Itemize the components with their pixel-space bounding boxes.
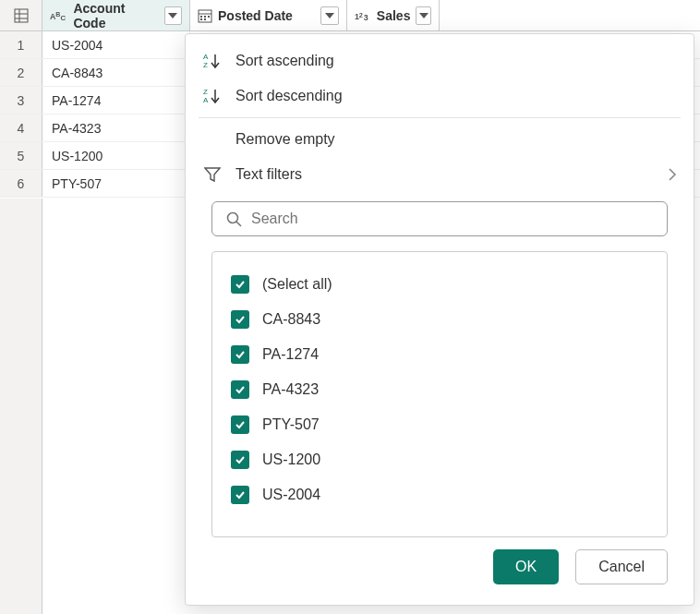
filter-value-label: CA-8843 — [262, 311, 320, 328]
filter-panel: A Z Sort ascending Z A Sort descending R… — [185, 33, 694, 606]
filter-dropdown-button[interactable] — [164, 6, 182, 25]
check-icon — [235, 419, 246, 430]
sort-desc-icon: Z A — [203, 87, 222, 105]
row-number[interactable]: 3 — [0, 87, 42, 114]
cell-account-code[interactable]: US-2004 — [42, 31, 190, 58]
filter-value-item[interactable]: US-1200 — [231, 442, 648, 477]
date-type-icon — [198, 8, 212, 23]
filter-value-label: US-2004 — [262, 487, 320, 503]
filter-icon — [204, 166, 221, 183]
table-icon — [14, 8, 29, 23]
filter-value-item[interactable]: US-2004 — [231, 477, 648, 512]
text-filters[interactable]: Text filters — [186, 157, 694, 192]
chevron-right-icon — [668, 168, 677, 181]
checkbox-checked[interactable] — [231, 380, 249, 399]
caret-down-icon — [168, 13, 177, 18]
sort-descending[interactable]: Z A Sort descending — [186, 78, 694, 114]
column-header-posted-date[interactable]: Posted Date — [190, 0, 347, 30]
column-label: Posted Date — [218, 8, 293, 23]
svg-line-24 — [236, 222, 241, 226]
table-corner[interactable] — [0, 0, 42, 30]
checkbox-checked[interactable] — [231, 345, 249, 364]
svg-text:Z: Z — [203, 88, 208, 96]
sort-ascending[interactable]: A Z Sort ascending — [186, 43, 694, 78]
cell-account-code[interactable]: PA-1274 — [42, 87, 190, 114]
check-icon — [235, 384, 246, 395]
filter-value-item[interactable]: PA-4323 — [231, 372, 648, 407]
caret-down-icon — [419, 13, 428, 18]
filter-value-item[interactable]: PA-1274 — [231, 337, 648, 372]
cell-account-code[interactable]: PA-4323 — [42, 114, 190, 141]
svg-rect-9 — [200, 16, 202, 18]
menu-label: Remove empty — [235, 131, 677, 148]
column-label: Account Code — [73, 1, 158, 30]
checkbox-checked[interactable] — [231, 486, 249, 504]
filter-value-label: (Select all) — [262, 276, 332, 293]
filter-dropdown-button[interactable] — [416, 6, 431, 25]
check-icon — [235, 454, 246, 465]
filter-dropdown-button[interactable] — [320, 6, 339, 25]
svg-rect-11 — [208, 16, 210, 18]
row-number[interactable]: 6 — [0, 170, 42, 197]
filter-value-label: PTY-507 — [262, 416, 320, 433]
search-icon — [225, 211, 242, 227]
svg-point-23 — [228, 213, 238, 223]
svg-text:3: 3 — [364, 12, 368, 21]
filter-value-label: PA-1274 — [262, 346, 319, 363]
svg-text:A: A — [203, 96, 209, 104]
row-number[interactable]: 4 — [0, 114, 42, 141]
ok-button[interactable]: OK — [493, 549, 559, 584]
cancel-button[interactable]: Cancel — [575, 549, 668, 584]
check-icon — [235, 489, 246, 500]
menu-label: Sort ascending — [235, 53, 677, 69]
filter-value-item[interactable]: CA-8843 — [231, 302, 648, 337]
row-number[interactable]: 2 — [0, 59, 42, 86]
column-header-sales[interactable]: 1 2 3 Sales — [347, 0, 440, 30]
row-number[interactable]: 5 — [0, 142, 42, 169]
svg-text:A: A — [203, 53, 209, 61]
menu-separator — [199, 117, 681, 118]
menu-label: Text filters — [235, 166, 655, 183]
sort-asc-icon: A Z — [203, 52, 222, 70]
column-header-row: A B C Account Code Posted Date 1 2 3 Sal… — [0, 0, 700, 31]
svg-text:B: B — [55, 10, 60, 17]
filter-value-item[interactable]: PTY-507 — [231, 407, 648, 442]
svg-rect-13 — [204, 18, 206, 20]
checkbox-checked[interactable] — [231, 415, 249, 434]
filter-value-label: US-1200 — [262, 451, 320, 468]
menu-label: Sort descending — [235, 88, 677, 104]
checkbox-checked[interactable] — [231, 310, 249, 329]
svg-rect-10 — [204, 16, 206, 18]
cell-account-code[interactable]: US-1200 — [42, 142, 190, 169]
svg-rect-0 — [15, 9, 28, 22]
check-icon — [235, 349, 246, 360]
svg-text:Z: Z — [203, 61, 208, 69]
cell-account-code[interactable]: PTY-507 — [42, 170, 190, 197]
svg-rect-12 — [200, 18, 202, 20]
row-number[interactable]: 1 — [0, 31, 42, 58]
column-header-account-code[interactable]: A B C Account Code — [42, 0, 190, 30]
checkbox-checked[interactable] — [231, 275, 249, 294]
filter-value-item[interactable]: (Select all) — [231, 267, 648, 302]
search-input[interactable] — [251, 211, 654, 227]
caret-down-icon — [325, 13, 334, 18]
filter-value-label: PA-4323 — [262, 381, 319, 398]
svg-text:C: C — [60, 14, 66, 22]
text-type-icon: A B C — [50, 9, 67, 22]
search-box[interactable] — [211, 201, 668, 236]
filter-values-list: (Select all)CA-8843PA-1274PA-4323PTY-507… — [211, 251, 668, 537]
cell-account-code[interactable]: CA-8843 — [42, 59, 190, 86]
remove-empty[interactable]: Remove empty — [186, 122, 694, 157]
checkbox-checked[interactable] — [231, 451, 249, 469]
svg-text:2: 2 — [359, 10, 363, 18]
check-icon — [235, 279, 246, 290]
number-type-icon: 1 2 3 — [355, 9, 371, 22]
row-gutter — [0, 199, 42, 614]
check-icon — [235, 314, 246, 325]
column-label: Sales — [377, 8, 411, 23]
